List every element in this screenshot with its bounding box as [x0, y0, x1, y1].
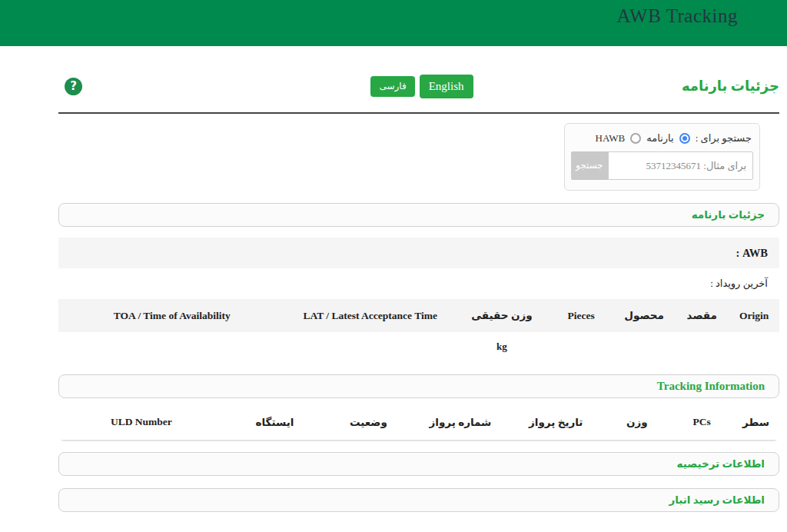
- tracking-header-row: سطر PCs وزن تاریخ پرواز شماره پرواز وضعی…: [58, 404, 779, 440]
- clearance-information-title: اطلاعات ترخیصیه: [676, 457, 765, 470]
- table-row: kg: [58, 332, 779, 361]
- section-bar-clearance-information[interactable]: اطلاعات ترخیصیه: [58, 452, 779, 476]
- col-pieces: Pieces: [549, 299, 613, 332]
- search-panel: جستجو برای : بارنامه HAWB جستجو: [564, 123, 760, 191]
- awb-row: AWB :: [58, 238, 779, 268]
- col-station: ایستگاه: [224, 404, 325, 440]
- col-uld-number: ULD Number: [58, 404, 224, 440]
- last-event-row: آخرین رویداد :: [58, 268, 779, 299]
- section-bar-waybill-details[interactable]: جزئیات بارنامه: [58, 203, 779, 227]
- search-type-row: جستجو برای : بارنامه HAWB: [571, 132, 753, 151]
- section-bar-warehouse-receipt[interactable]: اطلاعات رسید انبار: [58, 488, 779, 512]
- col-destination: مقصد: [675, 299, 729, 332]
- toolbar-divider: [58, 112, 779, 114]
- weight-unit: kg: [455, 332, 549, 361]
- main-container: جزئیات بارنامه English فارسی ? جستجو برا…: [58, 72, 779, 512]
- toolbar-left: ?: [58, 78, 370, 95]
- awb-tracking-page: { "topbar": { "title": "AWB Tracking" },…: [0, 0, 787, 532]
- awb-label: AWB :: [736, 247, 768, 260]
- awb-search-input[interactable]: [608, 151, 753, 180]
- tracking-information-title: Tracking Information: [657, 380, 765, 393]
- col-product: محصول: [613, 299, 675, 332]
- toolbar: جزئیات بارنامه English فارسی ?: [58, 72, 779, 100]
- app-title: AWB Tracking: [617, 5, 738, 27]
- tracking-table: سطر PCs وزن تاریخ پرواز شماره پرواز وضعی…: [58, 404, 779, 440]
- warehouse-receipt-title: اطلاعات رسید انبار: [669, 494, 765, 507]
- language-switcher: English فارسی: [370, 75, 473, 98]
- search-input-group: جستجو: [571, 151, 753, 180]
- radio-waybill[interactable]: [679, 133, 690, 144]
- last-event-label: آخرین رویداد :: [710, 278, 768, 289]
- section-bar-tracking-information[interactable]: Tracking Information: [58, 374, 779, 398]
- col-weight: وزن: [603, 404, 671, 440]
- col-flight-date: تاریخ پرواز: [509, 404, 603, 440]
- english-language-button[interactable]: English: [420, 75, 473, 98]
- col-status: وضعیت: [325, 404, 412, 440]
- page-title: جزئیات بارنامه: [682, 78, 779, 95]
- search-button[interactable]: جستجو: [571, 151, 608, 180]
- col-row: سطر: [732, 404, 779, 440]
- tracking-table-panel: سطر PCs وزن تاریخ پرواز شماره پرواز وضعی…: [58, 404, 779, 441]
- help-icon[interactable]: ?: [65, 78, 82, 95]
- search-for-label: جستجو برای :: [696, 132, 752, 145]
- radio-hawb[interactable]: [630, 133, 641, 144]
- col-lat: LAT / Latest Acceptance Time: [286, 299, 455, 332]
- col-pcs: PCs: [671, 404, 732, 440]
- col-flight-number: شماره پرواز: [412, 404, 510, 440]
- col-actual-weight: وزن حقیقی: [455, 299, 549, 332]
- waybill-details-title: جزئیات بارنامه: [692, 208, 765, 221]
- col-origin: Origin: [729, 299, 779, 332]
- radio-hawb-label[interactable]: HAWB: [596, 132, 626, 145]
- table-header-row: Origin مقصد محصول Pieces وزن حقیقی LAT /…: [58, 299, 779, 332]
- waybill-details-table: Origin مقصد محصول Pieces وزن حقیقی LAT /…: [58, 299, 779, 361]
- col-toa: TOA / Time of Availability: [58, 299, 286, 332]
- app-header: AWB Tracking: [0, 0, 787, 46]
- farsi-language-button[interactable]: فارسی: [370, 76, 414, 97]
- toolbar-right: جزئیات بارنامه: [473, 78, 779, 95]
- radio-waybill-label[interactable]: بارنامه: [646, 132, 673, 145]
